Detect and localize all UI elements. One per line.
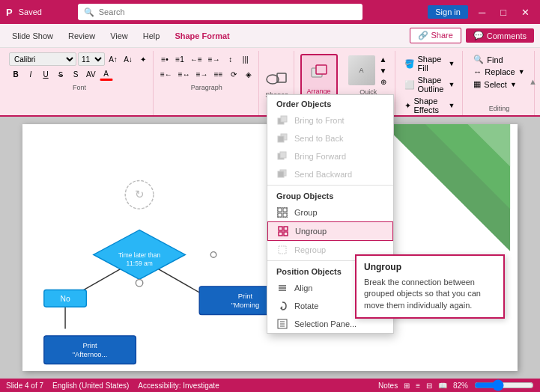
ungroup-icon (277, 225, 289, 237)
gallery-more-button[interactable]: ⊕ (377, 76, 390, 87)
zoom-level: 82% (453, 382, 468, 390)
smart-art-button[interactable]: ◈ (242, 67, 255, 81)
menu-shape-format[interactable]: Shape Format (169, 28, 235, 43)
bring-forward-item[interactable]: Bring Forward (267, 147, 393, 165)
normal-view-button[interactable]: ⊞ (404, 382, 410, 390)
svg-text:Print: Print (238, 292, 253, 300)
svg-text:↻: ↻ (135, 188, 145, 200)
bold-button[interactable]: B (9, 67, 22, 81)
bring-to-front-item[interactable]: Bring to Front (267, 111, 393, 129)
search-input[interactable] (99, 7, 357, 16)
clear-format-button[interactable]: ✦ (136, 52, 150, 66)
select-icon: ▦ (473, 79, 481, 89)
shape-outline-button[interactable]: ⬜ Shape Outline ▼ (401, 75, 458, 94)
bullets-button[interactable]: ≡• (158, 52, 172, 66)
notes-button[interactable]: Notes (378, 382, 398, 390)
tooltip-description: Break the connection between grouped obj… (364, 277, 496, 311)
numbering-button[interactable]: ≡1 (173, 52, 186, 66)
title-bar: P Saved 🔍 Sign in ─ □ ✕ (0, 0, 540, 24)
zoom-slider[interactable] (474, 382, 534, 389)
columns-button[interactable]: ||| (239, 52, 252, 66)
fill-dropdown-arrow[interactable]: ▼ (448, 60, 455, 67)
line-spacing-button[interactable]: ↕ (224, 52, 237, 66)
menu-review[interactable]: Review (62, 28, 101, 43)
sign-in-button[interactable]: Sign in (428, 5, 468, 19)
indent-decrease-button[interactable]: ←≡ (188, 52, 204, 66)
rotate-icon (276, 300, 288, 312)
justify-button[interactable]: ≡≡ (212, 67, 225, 81)
group-objects-header: Group Objects (267, 187, 393, 203)
menu-slide-show[interactable]: Slide Show (6, 28, 59, 43)
minimize-button[interactable]: ─ (474, 7, 490, 18)
sep1 (267, 185, 393, 186)
find-button[interactable]: 🔍 Find (470, 54, 527, 65)
font-color-button[interactable]: A (100, 67, 113, 81)
spacing-button[interactable]: AV (84, 67, 98, 81)
replace-icon: ↔ (473, 67, 482, 76)
text-direction-button[interactable]: ⟳ (227, 67, 240, 81)
share-icon: 🔗 (418, 31, 428, 40)
save-status: Saved (19, 7, 42, 16)
ribbon-collapse-button[interactable]: ▲ (529, 77, 537, 86)
order-objects-header: Order Objects (267, 95, 393, 111)
ungroup-tooltip: Ungroup Break the connection between gro… (355, 254, 505, 319)
select-arrow[interactable]: ▼ (510, 81, 517, 88)
send-back-icon (276, 132, 288, 144)
fill-icon: 🪣 (404, 59, 415, 69)
comments-button[interactable]: 💬 Comments (466, 28, 534, 43)
send-to-back-item[interactable]: Send to Back (267, 129, 393, 147)
gallery-up-button[interactable]: ▲ (377, 54, 390, 64)
svg-rect-5 (281, 116, 287, 122)
underline-button[interactable]: U (39, 67, 52, 81)
quick-styles-gallery[interactable]: A ▲ ▼ ⊕ (348, 54, 390, 87)
svg-rect-21 (279, 246, 286, 254)
svg-text:11:59 am: 11:59 am (126, 260, 152, 267)
strikethrough-button[interactable]: S̶ (54, 67, 67, 81)
editing-group-label: Editing (470, 105, 527, 112)
replace-button[interactable]: ↔ Replace ▼ (470, 67, 527, 77)
svg-rect-7 (278, 136, 284, 142)
menu-view[interactable]: View (104, 28, 134, 43)
ungroup-item[interactable]: Ungroup (267, 221, 393, 241)
share-button[interactable]: 🔗 Share (410, 28, 461, 43)
outline-icon: ⬜ (404, 80, 415, 90)
slide-info: Slide 4 of 7 (6, 382, 43, 390)
send-backward-item[interactable]: Send Backward (267, 165, 393, 183)
effects-dropdown-arrow[interactable]: ▼ (448, 102, 455, 109)
shapes-gallery[interactable] (265, 67, 289, 91)
svg-point-48 (210, 252, 216, 258)
replace-arrow[interactable]: ▼ (518, 68, 525, 76)
font-size-select[interactable]: 11 (78, 52, 105, 66)
regroup-icon (276, 244, 288, 256)
search-box[interactable]: 🔍 (78, 4, 362, 20)
align-right-button[interactable]: ≡→ (194, 67, 210, 81)
app-logo: P (6, 7, 13, 18)
menu-right: 🔗 Share 💬 Comments (410, 28, 534, 43)
selection-pane-icon (276, 318, 288, 330)
outline-dropdown-arrow[interactable]: ▼ (448, 81, 455, 88)
align-left-button[interactable]: ≡← (158, 67, 175, 81)
close-button[interactable]: ✕ (517, 7, 534, 18)
outline-view-button[interactable]: ≡ (416, 382, 420, 390)
indent-increase-button[interactable]: ≡→ (206, 52, 222, 66)
svg-point-47 (136, 279, 142, 286)
align-center-button[interactable]: ≡↔ (176, 67, 192, 81)
group-item[interactable]: Group (267, 203, 393, 221)
shadow-button[interactable]: S (69, 67, 82, 81)
svg-rect-19 (279, 232, 282, 236)
decrease-font-button[interactable]: A↓ (121, 52, 135, 66)
gallery-down-button[interactable]: ▼ (377, 65, 390, 76)
shape-fill-button[interactable]: 🪣 Shape Fill ▼ (401, 54, 458, 73)
slide-sorter-button[interactable]: ⊟ (426, 382, 432, 390)
menu-help[interactable]: Help (137, 28, 166, 43)
increase-font-button[interactable]: A↑ (106, 52, 120, 66)
reading-view-button[interactable]: 📖 (438, 382, 447, 390)
svg-rect-12 (278, 208, 282, 212)
italic-button[interactable]: I (24, 67, 37, 81)
shape-effects-button[interactable]: ✦ Shape Effects ▼ (401, 96, 458, 115)
accessibility-info: Accessibility: Investigate (138, 382, 219, 390)
ribbon-paragraph-group: ≡• ≡1 ←≡ ≡→ ↕ ||| ≡← ≡↔ ≡→ ≡≡ ⟳ ◈ Paragr… (155, 51, 259, 115)
select-button[interactable]: ▦ Select ▼ (470, 79, 527, 90)
maximize-button[interactable]: □ (496, 7, 511, 18)
font-family-select[interactable]: Calibri (9, 52, 76, 66)
